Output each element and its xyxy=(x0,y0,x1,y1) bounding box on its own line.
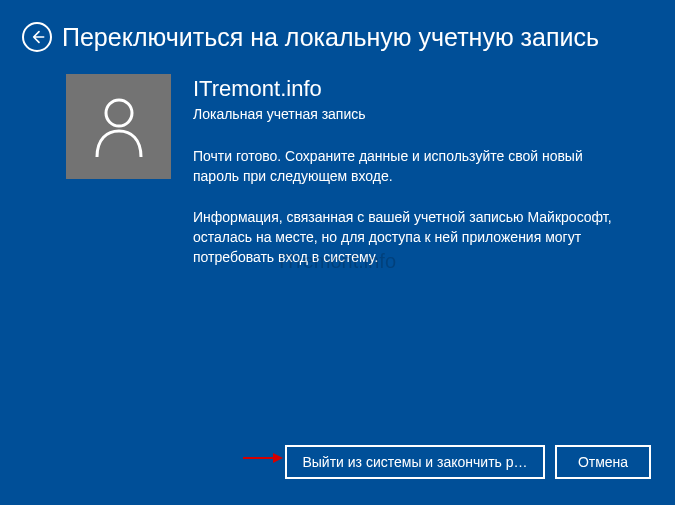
description-2: Информация, связанная с вашей учетной за… xyxy=(193,207,613,268)
account-type: Локальная учетная запись xyxy=(193,106,645,122)
user-icon xyxy=(91,95,147,159)
arrow-left-icon xyxy=(29,29,45,45)
dialog-header: Переключиться на локальную учетную запис… xyxy=(0,0,675,52)
account-info: ITremont.info Локальная учетная запись П… xyxy=(193,74,645,287)
cancel-button[interactable]: Отмена xyxy=(555,445,651,479)
svg-marker-2 xyxy=(273,453,283,463)
arrow-right-icon xyxy=(241,451,283,465)
content-area: ITremont.info Локальная учетная запись П… xyxy=(0,52,675,287)
signout-button[interactable]: Выйти из системы и закончить р… xyxy=(285,445,545,479)
dialog-footer: Выйти из системы и закончить р… Отмена xyxy=(285,445,651,479)
back-button[interactable] xyxy=(22,22,52,52)
svg-point-0 xyxy=(106,100,132,126)
annotation-arrow xyxy=(241,451,283,469)
page-title: Переключиться на локальную учетную запис… xyxy=(62,23,599,52)
description-1: Почти готово. Сохраните данные и использ… xyxy=(193,146,613,187)
avatar xyxy=(66,74,171,179)
account-name: ITremont.info xyxy=(193,76,645,102)
